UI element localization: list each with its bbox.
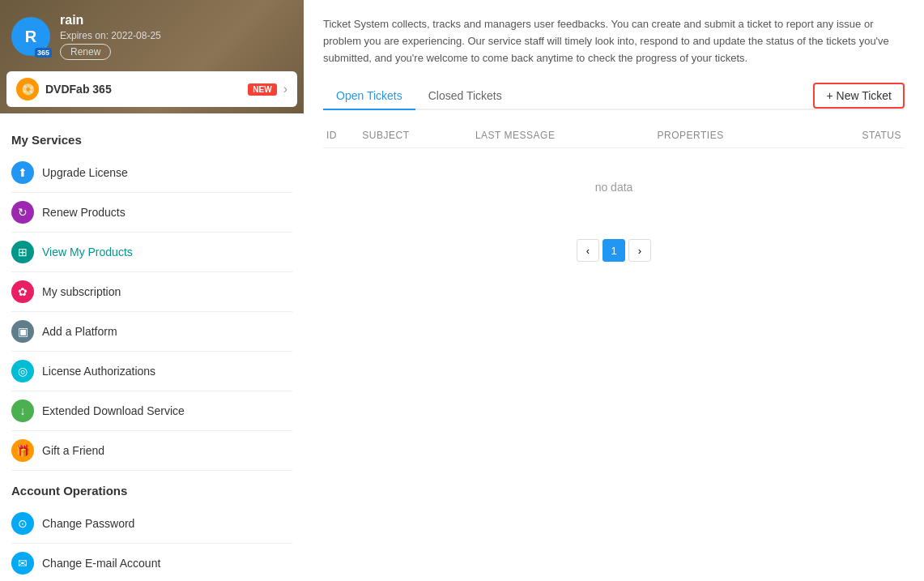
avatar-badge: 365 xyxy=(35,48,52,58)
ticket-header: Open Tickets Closed Tickets + New Ticket xyxy=(323,83,905,110)
tab-closed-tickets[interactable]: Closed Tickets xyxy=(415,83,515,110)
menu-item-upgrade-license[interactable]: ⬆ Upgrade License xyxy=(11,153,292,193)
gift-icon: 🎁 xyxy=(11,439,34,462)
platform-icon: ▣ xyxy=(11,320,34,343)
user-section: R 365 rain Expires on: 2022-08-25 Renew xyxy=(0,0,304,71)
prev-page-button[interactable]: ‹ xyxy=(577,239,599,262)
menu-label: Upgrade License xyxy=(42,166,128,179)
menu-item-license-auth[interactable]: ◎ License Authorizations xyxy=(11,352,292,391)
menu-item-renew-products[interactable]: ↻ Renew Products xyxy=(11,193,292,233)
menu-item-change-email[interactable]: ✉ Change E-mail Account xyxy=(11,544,292,581)
menu-item-view-my-products[interactable]: ⊞ View My Products xyxy=(11,233,292,272)
product-icon: 📀 xyxy=(16,78,39,100)
my-services-title: My Services xyxy=(11,133,292,147)
pagination: ‹ 1 › xyxy=(323,239,905,262)
product-name: DVDFab 365 xyxy=(45,83,241,96)
user-info: rain Expires on: 2022-08-25 Renew xyxy=(60,13,161,60)
menu-label: Add a Platform xyxy=(42,325,117,338)
email-icon: ✉ xyxy=(11,552,34,575)
menu-label: Extended Download Service xyxy=(42,404,185,417)
renew-icon: ↻ xyxy=(11,201,34,224)
new-badge: NEW xyxy=(248,83,276,96)
password-icon: ⊙ xyxy=(11,512,34,535)
avatar: R 365 xyxy=(11,17,50,56)
menu-label: My subscription xyxy=(42,285,121,298)
col-id: ID xyxy=(323,123,359,148)
menu-label: Renew Products xyxy=(42,206,126,219)
menu-label: View My Products xyxy=(42,246,133,258)
product-bar[interactable]: 📀 DVDFab 365 NEW › xyxy=(6,71,297,107)
license-icon: ◎ xyxy=(11,360,34,382)
menu-label: Change Password xyxy=(42,517,134,530)
sidebar: R 365 rain Expires on: 2022-08-25 Renew … xyxy=(0,0,304,581)
renew-button[interactable]: Renew xyxy=(60,44,111,60)
user-name: rain xyxy=(60,13,161,28)
main-content: Ticket System collects, tracks and manag… xyxy=(304,0,924,581)
new-ticket-button[interactable]: + New Ticket xyxy=(813,83,905,109)
upgrade-icon: ⬆ xyxy=(11,161,34,184)
subscription-icon: ✿ xyxy=(11,280,34,303)
col-last-message: LAST MESSAGE xyxy=(472,123,654,148)
col-status: STATUS xyxy=(808,123,905,148)
expires-text: Expires on: 2022-08-25 xyxy=(60,30,161,41)
account-operations-title: Account Operations xyxy=(11,484,292,498)
tab-open-tickets[interactable]: Open Tickets xyxy=(323,83,415,110)
menu-label: License Authorizations xyxy=(42,365,155,378)
menu-item-my-subscription[interactable]: ✿ My subscription xyxy=(11,272,292,312)
menu-item-change-password[interactable]: ⊙ Change Password xyxy=(11,504,292,544)
no-data-message: no data xyxy=(323,148,905,227)
ticket-table: ID SUBJECT LAST MESSAGE PROPERTIES STATU… xyxy=(323,123,905,226)
menu-label: Change E-mail Account xyxy=(42,557,160,570)
download-icon: ↓ xyxy=(11,399,34,422)
menu-item-extended-download[interactable]: ↓ Extended Download Service xyxy=(11,391,292,431)
menu-item-gift-friend[interactable]: 🎁 Gift a Friend xyxy=(11,431,292,471)
description-text: Ticket System collects, tracks and manag… xyxy=(323,16,890,66)
next-page-button[interactable]: › xyxy=(628,239,651,262)
page-1-button[interactable]: 1 xyxy=(603,239,625,262)
col-subject: SUBJECT xyxy=(359,123,472,148)
col-properties: PROPERTIES xyxy=(654,123,808,148)
menu-item-add-platform[interactable]: ▣ Add a Platform xyxy=(11,312,292,352)
chevron-right-icon: › xyxy=(283,82,287,96)
sidebar-content: My Services ⬆ Upgrade License ↻ Renew Pr… xyxy=(0,113,304,581)
products-icon: ⊞ xyxy=(11,241,34,263)
tabs: Open Tickets Closed Tickets xyxy=(323,83,515,109)
menu-label: Gift a Friend xyxy=(42,444,104,457)
